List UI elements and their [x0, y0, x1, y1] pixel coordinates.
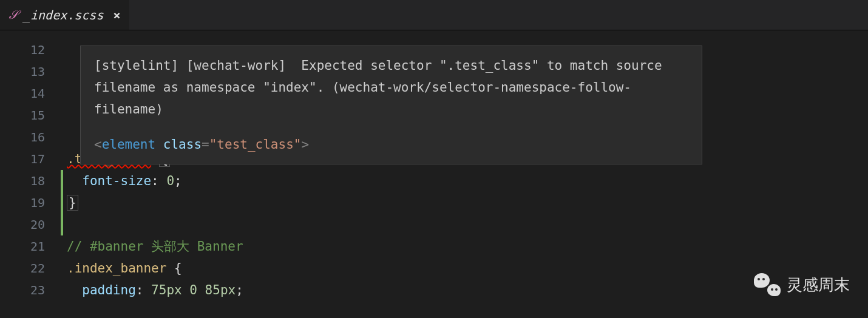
snippet-attr: class [163, 137, 202, 152]
close-icon[interactable]: × [113, 8, 120, 22]
watermark-text: 灵感周末 [787, 274, 850, 296]
watermark: 灵感周末 [754, 273, 850, 296]
line-number: 13 [0, 61, 45, 83]
wechat-icon [754, 273, 781, 296]
tab-index-scss[interactable]: 𝒮 _index.scss × [0, 0, 129, 30]
tab-label: _index.scss [23, 8, 103, 22]
line-number: 17 [0, 148, 45, 170]
line-number: 14 [0, 83, 45, 104]
code-line-20[interactable] [61, 214, 868, 235]
line-number-gutter: 12 13 14 15 16 17 18 19 20 21 22 23 [0, 30, 61, 318]
snippet-element: element [102, 137, 156, 152]
line-number: 20 [0, 214, 45, 235]
brace: { [174, 261, 182, 276]
tab-bar: 𝒮 _index.scss × [0, 0, 868, 30]
line-number: 18 [0, 170, 45, 192]
line-number: 12 [0, 39, 45, 61]
selector-text: .index_banner [67, 261, 166, 276]
line-number: 15 [0, 104, 45, 126]
line-number: 21 [0, 235, 45, 257]
code-line-21[interactable]: // #banner 头部大 Banner [61, 235, 868, 257]
hover-tooltip: [stylelint] [wechat-work] Expected selec… [80, 46, 702, 164]
property-text: font-size [82, 174, 151, 188]
line-number: 22 [0, 257, 45, 279]
modified-gutter-indicator [61, 170, 63, 235]
code-snippet: <element class="test_class"> [94, 129, 688, 155]
scss-file-icon: 𝒮 [8, 8, 17, 22]
code-line-18[interactable]: font-size: 0; [61, 170, 868, 192]
code-line-22[interactable]: .index_banner { [61, 257, 868, 279]
snippet-value: test_class [217, 137, 293, 152]
property-text: padding [82, 283, 136, 297]
brace: } [67, 195, 78, 211]
lint-message: [stylelint] [wechat-work] Expected selec… [94, 55, 688, 120]
line-number: 23 [0, 279, 45, 301]
value-text: 0 [166, 174, 174, 188]
value-text: 75px 0 85px [151, 283, 236, 297]
comment-text: // #banner 头部大 Banner [67, 239, 243, 254]
line-number: 16 [0, 126, 45, 148]
line-number: 19 [0, 192, 45, 214]
code-line-19[interactable]: } [61, 192, 868, 214]
code-line-23[interactable]: padding: 75px 0 85px; [61, 279, 868, 301]
